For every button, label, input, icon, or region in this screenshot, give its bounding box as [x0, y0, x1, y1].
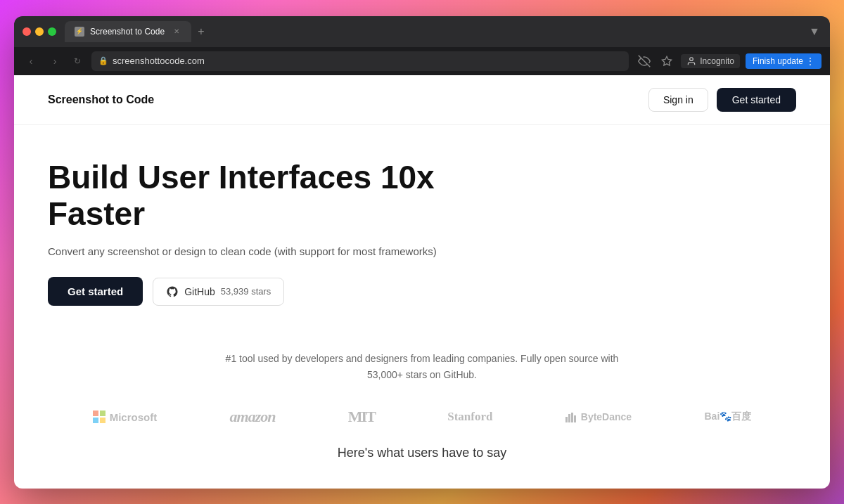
github-stars: 53,939 stars: [221, 286, 271, 297]
tab-bar: ⚡ Screenshot to Code ✕ +: [65, 21, 802, 42]
expand-button[interactable]: ▼: [807, 25, 821, 39]
svg-rect-4: [568, 414, 570, 422]
bytedance-chart-icon: [565, 411, 577, 422]
bytedance-logo: ByteDance: [554, 406, 643, 428]
amazon-name: amazon: [230, 408, 276, 426]
bytedance-name: ByteDance: [581, 411, 632, 422]
refresh-button[interactable]: ↻: [70, 54, 84, 68]
svg-marker-1: [663, 56, 672, 65]
url-text: screenshottocode.com: [113, 56, 205, 66]
tab-favicon: ⚡: [75, 27, 84, 37]
minimize-traffic-light[interactable]: [35, 27, 44, 36]
sign-in-button[interactable]: Sign in: [648, 88, 708, 112]
active-tab[interactable]: ⚡ Screenshot to Code ✕: [65, 21, 191, 42]
svg-rect-5: [571, 413, 573, 422]
finish-update-label: Finish update: [753, 56, 803, 66]
close-traffic-light[interactable]: [23, 27, 31, 36]
url-bar[interactable]: 🔒 screenshottocode.com: [91, 51, 629, 71]
site-nav: Screenshot to Code Sign in Get started: [14, 75, 830, 125]
hero-actions: Get started GitHub 53,939 stars: [48, 277, 796, 306]
svg-rect-3: [565, 417, 568, 422]
baidu-name: Bai🐾百度: [705, 411, 752, 423]
get-started-nav-button[interactable]: Get started: [717, 88, 796, 112]
incognito-label: Incognito: [700, 56, 734, 66]
github-icon: [166, 285, 179, 298]
get-started-hero-button[interactable]: Get started: [48, 277, 143, 306]
microsoft-name: Microsoft: [110, 411, 158, 423]
browser-window: ⚡ Screenshot to Code ✕ + ▼ ‹ › ↻ 🔒 scree…: [14, 16, 830, 489]
svg-rect-6: [574, 415, 576, 422]
site-logo: Screenshot to Code: [48, 93, 154, 106]
new-tab-button[interactable]: +: [191, 22, 211, 41]
address-bar: ‹ › ↻ 🔒 screenshottocode.com: [14, 47, 830, 75]
bookmark-icon[interactable]: [658, 53, 675, 70]
svg-point-2: [690, 57, 693, 60]
title-bar: ⚡ Screenshot to Code ✕ + ▼: [14, 16, 830, 47]
traffic-lights: [23, 27, 56, 36]
amazon-logo: amazon: [219, 402, 287, 432]
github-label: GitHub: [184, 286, 215, 297]
mit-name: MIT: [348, 408, 375, 426]
social-proof-text: #1 tool used by developers and designers…: [211, 351, 633, 382]
baidu-logo: Bai🐾百度: [693, 405, 763, 429]
testimonials-title: Here's what users have to say: [48, 446, 796, 460]
hero-subtitle: Convert any screenshot or design to clea…: [48, 245, 470, 257]
github-button[interactable]: GitHub 53,939 stars: [153, 278, 284, 306]
testimonials-header: Here's what users have to say: [14, 432, 830, 460]
finish-update-button[interactable]: Finish update ⋮: [746, 53, 821, 69]
stanford-logo: Stanford: [436, 404, 504, 429]
microsoft-logo: Microsoft: [82, 405, 169, 429]
incognito-badge: Incognito: [681, 54, 740, 68]
more-icon: ⋮: [806, 56, 814, 66]
hero-section: Build User Interfaces 10x Faster Convert…: [14, 125, 830, 329]
stanford-name: Stanford: [447, 410, 492, 424]
microsoft-grid-icon: [93, 411, 106, 423]
social-proof-section: #1 tool used by developers and designers…: [14, 328, 830, 432]
browser-actions: Incognito Finish update ⋮: [636, 53, 821, 70]
nav-actions: Sign in Get started: [648, 88, 796, 112]
page-content: Screenshot to Code Sign in Get started B…: [14, 75, 830, 489]
eye-off-icon[interactable]: [636, 53, 653, 70]
tab-title: Screenshot to Code: [90, 27, 165, 37]
hero-title: Build User Interfaces 10x Faster: [48, 159, 540, 233]
maximize-traffic-light[interactable]: [48, 27, 56, 36]
back-button[interactable]: ‹: [23, 53, 39, 70]
logos-grid: Microsoft amazon MIT Stanford: [48, 402, 796, 432]
forward-button[interactable]: ›: [46, 53, 63, 70]
lock-icon: 🔒: [98, 56, 108, 65]
tab-close-button[interactable]: ✕: [172, 27, 181, 37]
mit-logo: MIT: [337, 402, 386, 432]
